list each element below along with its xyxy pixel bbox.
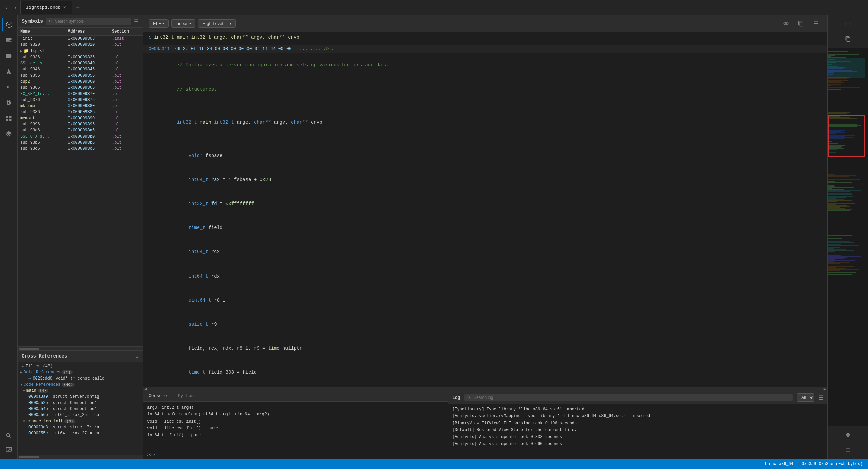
code-ref-item[interactable]: 0000f3d3 struct struct_7* ra xyxy=(18,424,143,430)
code-line[interactable]: int32_t category xyxy=(143,385,827,387)
symbols-search-box[interactable] xyxy=(46,18,131,25)
toolbar-copy-icon[interactable] xyxy=(795,18,807,30)
sidebar-icon-debug[interactable] xyxy=(2,96,16,109)
table-row[interactable]: sub_93a6 0x0000093a6 .plt xyxy=(18,127,143,134)
code-line[interactable]: int64_t rdx xyxy=(143,264,827,288)
cross-ref-filter[interactable]: ▶ Filter (48) xyxy=(18,363,143,369)
code-line[interactable]: field, rcx, rdx, r8_1, r9 = time nullptr xyxy=(143,337,827,361)
search-symbols-input[interactable] xyxy=(55,19,129,24)
refresh-icon[interactable]: ↻ xyxy=(149,34,151,40)
sidebar-icon-tags[interactable] xyxy=(2,49,16,63)
table-row[interactable]: sub_9386 0x000009386 .plt xyxy=(18,109,143,115)
sidebar-icon-search[interactable] xyxy=(2,429,16,443)
sidebar-icon-functions[interactable] xyxy=(2,34,16,47)
code-hscroll[interactable]: ◀ ▶ xyxy=(143,387,827,391)
table-row[interactable]: SSL_get_s... 0x000009340 .plt xyxy=(18,60,143,66)
log-filter-select[interactable]: All xyxy=(797,393,814,402)
table-row[interactable]: sub_93c6 0x0000093c6 .plt xyxy=(18,146,143,152)
code-ref-item[interactable]: 0000a3a9 struct ServerConfig xyxy=(18,394,143,400)
table-row[interactable]: memset 0x000009390 .plt xyxy=(18,115,143,121)
cross-ref-data-section[interactable]: ▶ Data References {1} xyxy=(18,369,143,375)
back-button[interactable]: ‹ xyxy=(3,3,10,13)
table-row[interactable]: sub_9366 0x000009366 .plt xyxy=(18,85,143,91)
cross-ref-hscroll[interactable] xyxy=(18,455,143,459)
code-scroll-area[interactable]: 0000a341 66 2e 0f 1f 84 00 00-00 00 00 0… xyxy=(143,42,827,387)
cross-ref-code-section[interactable]: ▼ Code References {46} xyxy=(18,382,143,388)
code-line[interactable]: int32_t fd = 0xffffffff xyxy=(143,192,827,216)
log-menu-button[interactable]: ☰ xyxy=(818,394,823,401)
table-row[interactable]: sub_9320 0x000009320 .plt xyxy=(18,42,143,48)
code-line[interactable] xyxy=(143,135,827,143)
table-row[interactable]: sub_9346 0x000009346 .plt xyxy=(18,66,143,73)
sidebar-icon-layers[interactable] xyxy=(2,127,16,141)
symbol-table-hscroll[interactable] xyxy=(18,346,143,350)
table-row[interactable]: dup2 0x000009360 .plt xyxy=(18,79,143,85)
table-row[interactable]: sub_9376 0x000009376 .plt xyxy=(18,97,143,103)
log-title: Log xyxy=(452,395,460,400)
minimap[interactable] xyxy=(828,48,868,426)
symbols-menu-button[interactable]: ☰ xyxy=(134,18,139,25)
code-ref-item[interactable]: 0000f55c int64_t rax_27 = ca xyxy=(18,430,143,436)
code-line[interactable]: int64_t rcx xyxy=(143,240,827,264)
right-icon-menu[interactable] xyxy=(842,444,854,456)
table-row[interactable]: sub_93b6 0x0000093b6 .plt xyxy=(18,140,143,146)
code-ref-item[interactable]: 0000a52b struct Connection* xyxy=(18,400,143,406)
console-input[interactable] xyxy=(158,452,444,457)
table-row[interactable]: sub_9356 0x000009356 .plt xyxy=(18,73,143,79)
elf-button[interactable]: ELF ▾ xyxy=(149,19,169,28)
table-row[interactable]: _init 0x000009308 .init xyxy=(18,36,143,42)
tab-python[interactable]: Python xyxy=(173,391,199,401)
log-search-box[interactable] xyxy=(464,394,793,401)
table-row-folder[interactable]: ▶ 📁 Tcp-st... xyxy=(18,48,143,54)
conn-count: {3} xyxy=(64,419,75,423)
toolbar-menu-icon[interactable]: ☰ xyxy=(810,18,822,30)
cross-ref-pin-button[interactable]: ⊕ xyxy=(135,353,139,360)
sidebar-icon-grid[interactable] xyxy=(2,111,16,125)
forward-button[interactable]: › xyxy=(12,3,19,13)
hscroll-right[interactable]: ▶ xyxy=(824,387,826,391)
table-row[interactable]: sub_9336 0x000009336 .plt xyxy=(18,54,143,60)
code-line[interactable]: int64_t rax = * fsbase + 0x28 xyxy=(143,167,827,191)
log-search-input[interactable] xyxy=(474,395,790,400)
code-ref-item[interactable]: 0000a56b int64_t rax_25 = ca xyxy=(18,412,143,418)
code-line[interactable]: time_t field_308 = field xyxy=(143,361,827,385)
code-line[interactable]: uint64_t r8_1 xyxy=(143,288,827,312)
new-tab-button[interactable]: + xyxy=(73,4,83,12)
active-tab[interactable]: lighttpd.bndb × xyxy=(20,1,72,14)
right-icon-layers[interactable] xyxy=(842,429,854,441)
code-line[interactable]: ssize_t r9 xyxy=(143,312,827,337)
code-line[interactable]: time_t field xyxy=(143,216,827,240)
cross-ref-conn-section[interactable]: ▼ connection_init {3} xyxy=(18,418,143,424)
table-row[interactable]: mktime 0x000009380 .plt xyxy=(18,103,143,109)
data-ref-item[interactable]: |→ 0023cdd0 void* (* const callo xyxy=(18,375,143,382)
table-row[interactable]: sub_9396 0x000009396 .plt xyxy=(18,121,143,127)
sidebar-icon-xrefs[interactable] xyxy=(2,80,16,94)
symbol-addr: 0x0000093a6 xyxy=(68,128,112,133)
sidebar-icon-terminal[interactable] xyxy=(2,443,16,456)
code-line[interactable] xyxy=(143,101,827,110)
console-body[interactable]: arg3, int32_t arg4) int64_t safe_memclea… xyxy=(143,402,448,451)
cross-ref-main-section[interactable]: ▼ main {4} xyxy=(18,388,143,394)
highlevel-button[interactable]: High Level IL ▾ xyxy=(198,19,236,28)
tab-close-button[interactable]: × xyxy=(63,5,66,11)
right-icon-link[interactable] xyxy=(842,18,854,30)
linear-button[interactable]: Linear ▾ xyxy=(171,19,195,28)
table-row[interactable]: EC_KEY_fr... 0x000009370 .plt xyxy=(18,91,143,97)
cross-ref-hscroll-thumb[interactable] xyxy=(19,456,39,458)
right-icon-copy[interactable] xyxy=(842,33,854,45)
sidebar-icon-symbols[interactable] xyxy=(2,18,16,32)
table-row[interactable]: SSL_CTX_s... 0x0000093b0 .plt xyxy=(18,134,143,140)
func-decl-line[interactable]: int32_t main int32_t argc, char** argv, … xyxy=(143,110,827,135)
code-ref-item[interactable]: 0000a54b struct Connection* xyxy=(18,406,143,412)
tab-console[interactable]: Console xyxy=(143,391,173,401)
log-toolbar: Log All ☰ xyxy=(448,391,827,404)
code-line[interactable]: // Initializes a server configuration an… xyxy=(143,53,827,77)
symbol-name: _init xyxy=(20,36,68,41)
toolbar-link-icon[interactable] xyxy=(780,18,792,30)
log-body[interactable]: [TypeLibrary] Type library 'libc_x86_64.… xyxy=(448,404,827,459)
hscroll-left[interactable]: ◀ xyxy=(144,387,147,391)
sidebar-icon-nav[interactable] xyxy=(2,65,16,78)
code-line[interactable]: // structures. xyxy=(143,77,827,101)
code-line[interactable]: void* fsbase xyxy=(143,143,827,167)
hscroll-thumb[interactable] xyxy=(19,348,39,350)
